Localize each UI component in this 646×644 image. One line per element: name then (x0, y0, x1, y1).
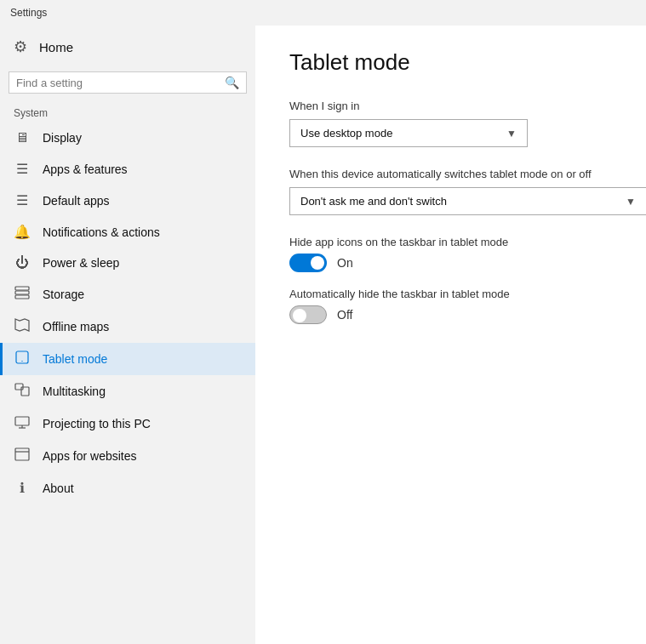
auto-switch-dropdown[interactable]: Don't ask me and don't switch ▼ (289, 187, 646, 215)
app-title: Settings (10, 7, 47, 19)
sidebar-item-display[interactable]: 🖥 Display (0, 123, 255, 153)
svg-marker-3 (15, 319, 29, 331)
hide-icons-toggle-row: On (289, 254, 612, 272)
notifications-icon: 🔔 (14, 224, 31, 240)
sidebar-item-about[interactable]: ℹ About (0, 472, 255, 504)
sidebar-item-notifications[interactable]: 🔔 Notifications & actions (0, 216, 255, 248)
toggle-knob (293, 309, 306, 322)
sidebar-item-storage[interactable]: Storage (0, 278, 255, 311)
hide-icons-toggle[interactable] (289, 254, 327, 272)
projecting-icon (14, 415, 31, 432)
default-apps-icon: ☰ (14, 192, 31, 208)
sidebar-item-default-apps[interactable]: ☰ Default apps (0, 185, 255, 216)
sign-in-label: When I sign in (289, 100, 612, 112)
sidebar-item-label: Default apps (43, 194, 110, 208)
multitasking-icon (14, 383, 31, 400)
svg-rect-8 (15, 417, 29, 425)
hide-icons-label: Hide app icons on the taskbar in tablet … (289, 236, 612, 248)
sidebar-item-projecting[interactable]: Projecting to this PC (0, 407, 255, 440)
about-icon: ℹ (14, 480, 31, 496)
hide-icons-state: On (337, 256, 353, 270)
sidebar-item-label: Power & sleep (43, 256, 119, 270)
svg-rect-2 (15, 295, 29, 299)
chevron-down-icon: ▼ (626, 196, 636, 208)
sidebar-item-apps-websites[interactable]: Apps for websites (0, 440, 255, 472)
auto-hide-toggle-row: Off (289, 305, 612, 324)
auto-switch-value: Don't ask me and don't switch (300, 195, 447, 208)
chevron-down-icon: ▼ (506, 128, 517, 140)
main-content: ⚙ Home 🔍 System 🖥 Display ☰ Apps & featu… (0, 26, 646, 644)
apps-websites-icon (14, 447, 31, 464)
sign-in-dropdown[interactable]: Use desktop mode ▼ (289, 119, 528, 147)
sidebar-item-power[interactable]: ⏻ Power & sleep (0, 248, 255, 278)
sidebar-item-label: Offline maps (43, 320, 109, 333)
apps-icon: ☰ (14, 161, 31, 177)
page-title: Tablet mode (289, 49, 612, 76)
sidebar-item-apps[interactable]: ☰ Apps & features (0, 153, 255, 185)
svg-rect-7 (21, 387, 29, 396)
sidebar-item-label: Apps & features (43, 162, 128, 176)
svg-rect-1 (15, 291, 29, 294)
sidebar-item-label: Apps for websites (43, 449, 137, 463)
sidebar-item-offline-maps[interactable]: Offline maps (0, 311, 255, 343)
title-bar: Settings (0, 0, 646, 26)
storage-icon (14, 286, 31, 303)
sidebar-item-label: Multitasking (43, 385, 106, 398)
sidebar-item-label: Notifications & actions (43, 225, 160, 239)
sidebar-item-home[interactable]: ⚙ Home (0, 29, 255, 65)
sign-in-value: Use desktop mode (300, 127, 392, 140)
sidebar: ⚙ Home 🔍 System 🖥 Display ☰ Apps & featu… (0, 26, 255, 644)
search-input[interactable] (16, 77, 225, 89)
tablet-mode-icon (14, 350, 31, 368)
auto-switch-label: When this device automatically switches … (289, 168, 612, 180)
svg-rect-11 (15, 448, 29, 460)
power-icon: ⏻ (14, 255, 31, 271)
sidebar-item-label: Display (43, 131, 82, 145)
sidebar-item-label: Projecting to this PC (43, 417, 151, 430)
sidebar-item-label: Tablet mode (43, 352, 107, 366)
sidebar-item-tablet-mode[interactable]: Tablet mode (0, 343, 255, 375)
sidebar-item-label: About (43, 482, 74, 495)
home-icon: ⚙ (14, 37, 27, 56)
toggle-knob (311, 256, 324, 270)
sidebar-item-multitasking[interactable]: Multitasking (0, 375, 255, 407)
auto-hide-toggle[interactable] (289, 305, 327, 324)
main-panel: Tablet mode When I sign in Use desktop m… (255, 26, 646, 644)
system-section-label: System (0, 102, 255, 123)
svg-rect-0 (15, 287, 29, 290)
auto-hide-state: Off (337, 308, 352, 322)
search-box[interactable]: 🔍 (9, 71, 247, 94)
display-icon: 🖥 (14, 130, 31, 145)
sidebar-item-label: Storage (43, 288, 84, 301)
search-icon: 🔍 (225, 76, 239, 89)
offline-maps-icon (14, 318, 31, 335)
sidebar-home-label: Home (39, 40, 73, 54)
auto-hide-label: Automatically hide the taskbar in tablet… (289, 288, 612, 300)
